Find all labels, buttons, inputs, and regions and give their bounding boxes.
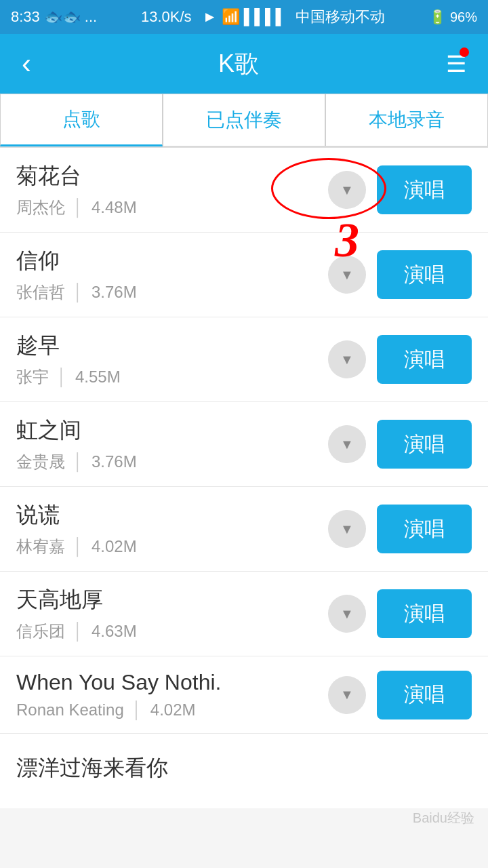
separator: │ — [132, 701, 142, 719]
song-info: 说谎 林宥嘉 │ 4.02M — [16, 500, 328, 557]
sing-button[interactable]: 演唱 — [377, 589, 472, 638]
song-artist: 周杰伦 — [16, 197, 65, 218]
tab-luyin-label: 本地录音 — [369, 107, 445, 133]
song-size: 4.02M — [92, 537, 137, 556]
back-button[interactable]: ‹ — [16, 42, 37, 85]
separator: │ — [57, 368, 67, 387]
song-title: 趁早 — [16, 331, 328, 361]
song-size: 4.48M — [92, 198, 137, 217]
signal-icon: ▌▌▌▌ — [244, 8, 286, 25]
sing-button[interactable]: 演唱 — [377, 335, 472, 384]
status-center: 13.0K/s ► 📶 ▌▌▌▌ 中国移动不动 — [141, 7, 385, 27]
expand-button[interactable]: ▼ — [328, 595, 366, 633]
song-item: 天高地厚 信乐团 │ 4.63M ▼ 演唱 — [0, 572, 488, 656]
chevron-down-icon: ▼ — [340, 437, 354, 452]
chevron-down-icon: ▼ — [340, 182, 354, 198]
song-item: 趁早 张宇 │ 4.55M ▼ 演唱 — [0, 317, 488, 402]
song-artist: 金贵晟 — [16, 451, 65, 473]
song-artist: 信乐团 — [16, 620, 65, 642]
song-size: 4.55M — [75, 368, 121, 387]
separator: │ — [73, 283, 83, 302]
sing-button[interactable]: 演唱 — [377, 671, 472, 719]
sing-button[interactable]: 演唱 — [377, 505, 472, 553]
chevron-down-icon: ▼ — [340, 267, 354, 283]
sing-button[interactable]: 演唱 — [377, 250, 472, 299]
song-item: 说谎 林宥嘉 │ 4.02M ▼ 演唱 — [0, 487, 488, 572]
song-info: 虹之间 金贵晟 │ 3.76M — [16, 416, 328, 473]
sing-button[interactable]: 演唱 — [377, 165, 472, 214]
song-info: 趁早 张宇 │ 4.55M — [16, 331, 328, 388]
song-item: 菊花台 周杰伦 │ 4.48M ▼ 演唱 3 — [0, 148, 488, 233]
song-meta: 周杰伦 │ 4.48M — [16, 197, 328, 218]
battery-icon: 🔋 — [429, 9, 446, 25]
song-size: 3.76M — [92, 452, 137, 471]
carrier-name: 中国移动不动 — [296, 8, 385, 25]
song-item: 漂洋过海来看你 — [0, 734, 488, 808]
song-meta: 信乐团 │ 4.63M — [16, 620, 328, 642]
song-artist: 张宇 — [16, 366, 49, 388]
song-meta: 张宇 │ 4.55M — [16, 366, 328, 388]
song-title: 虹之间 — [16, 416, 328, 446]
tab-yidian[interactable]: 已点伴奏 — [163, 94, 325, 146]
status-fish-icon: 🐟🐟 — [44, 8, 81, 26]
expand-button[interactable]: ▼ — [328, 425, 366, 463]
bluetooth-icon: ► — [203, 8, 218, 25]
song-controls: ▼ 演唱 — [328, 420, 472, 469]
sing-label: 演唱 — [404, 261, 445, 289]
expand-button[interactable]: ▼ — [328, 171, 366, 209]
status-time: 8:33 — [11, 8, 40, 26]
sing-label: 演唱 — [404, 681, 445, 709]
page-title: K歌 — [218, 47, 259, 81]
song-controls: ▼ 演唱 — [328, 335, 472, 384]
chevron-down-icon: ▼ — [340, 606, 354, 622]
song-info: 漂洋过海来看你 — [16, 753, 472, 789]
song-item: When You Say Nothi. Ronan Keating │ 4.02… — [0, 656, 488, 734]
watermark: Baidu经验 — [413, 809, 474, 827]
separator: │ — [73, 198, 83, 217]
song-title: 信仰 — [16, 246, 328, 276]
song-controls: ▼ 演唱 — [328, 165, 472, 214]
song-title: 漂洋过海来看你 — [16, 753, 472, 783]
song-artist: Ronan Keating — [16, 701, 124, 719]
song-list: 菊花台 周杰伦 │ 4.48M ▼ 演唱 3 信仰 张信哲 │ 3.76M — [0, 148, 488, 808]
song-meta: Ronan Keating │ 4.02M — [16, 701, 328, 719]
watermark-text: Baidu经验 — [413, 810, 474, 825]
song-meta: 张信哲 │ 3.76M — [16, 281, 328, 303]
song-artist: 张信哲 — [16, 281, 65, 303]
tab-bar: 点歌 已点伴奏 本地录音 — [0, 94, 488, 148]
song-item: 虹之间 金贵晟 │ 3.76M ▼ 演唱 — [0, 402, 488, 487]
sing-button[interactable]: 演唱 — [377, 420, 472, 469]
title-bar: ‹ K歌 ☰ — [0, 34, 488, 94]
song-controls: ▼ 演唱 — [328, 671, 472, 719]
song-info: When You Say Nothi. Ronan Keating │ 4.02… — [16, 670, 328, 719]
chevron-down-icon: ▼ — [340, 521, 354, 537]
expand-button[interactable]: ▼ — [328, 510, 366, 548]
song-info: 菊花台 周杰伦 │ 4.48M — [16, 161, 328, 218]
song-meta: 金贵晟 │ 3.76M — [16, 451, 328, 473]
sing-label: 演唱 — [404, 600, 445, 628]
separator: │ — [73, 452, 83, 471]
song-title: 天高地厚 — [16, 585, 328, 615]
expand-button[interactable]: ▼ — [328, 256, 366, 294]
song-title: When You Say Nothi. — [16, 670, 328, 695]
tab-luyin[interactable]: 本地录音 — [325, 94, 488, 146]
wifi-icon: 📶 — [222, 8, 240, 25]
tab-dian[interactable]: 点歌 — [0, 94, 163, 146]
expand-button[interactable]: ▼ — [328, 340, 366, 378]
song-artist: 林宥嘉 — [16, 536, 65, 557]
menu-button[interactable]: ☰ — [441, 45, 472, 83]
sing-label: 演唱 — [404, 515, 445, 543]
song-controls: ▼ 演唱 — [328, 589, 472, 638]
back-icon: ‹ — [22, 47, 31, 79]
status-left: 8:33 🐟🐟 ... — [11, 8, 97, 26]
song-controls: ▼ 演唱 — [328, 250, 472, 299]
network-speed: 13.0K/s — [141, 8, 192, 25]
expand-button[interactable]: ▼ — [328, 676, 366, 714]
song-meta: 林宥嘉 │ 4.02M — [16, 536, 328, 557]
song-title: 说谎 — [16, 500, 328, 530]
separator: │ — [73, 537, 83, 556]
song-item: 信仰 张信哲 │ 3.76M ▼ 演唱 — [0, 233, 488, 317]
song-size: 3.76M — [92, 283, 137, 302]
song-title: 菊花台 — [16, 161, 328, 191]
tab-dian-label: 点歌 — [62, 106, 100, 132]
